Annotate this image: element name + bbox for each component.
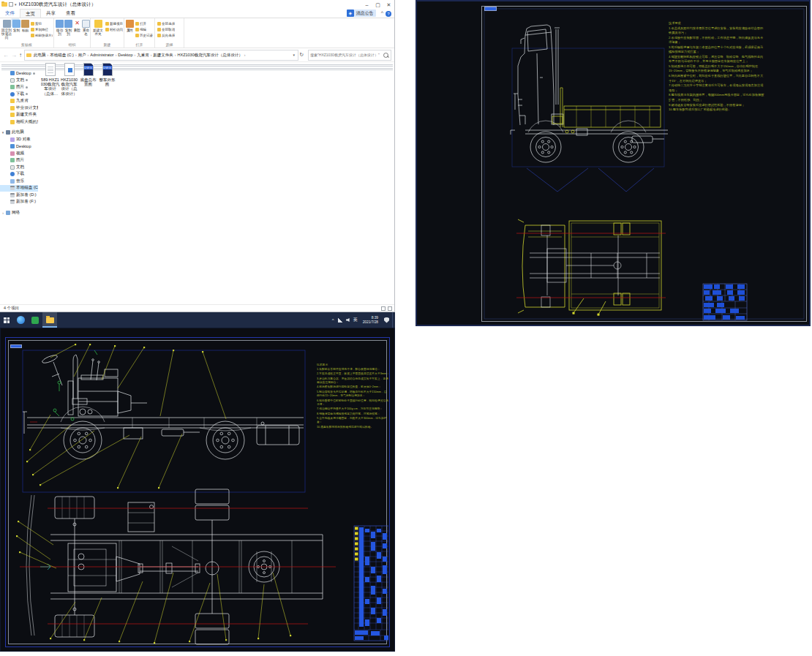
breadcrumb-segment[interactable]: Administrator — [89, 53, 114, 57]
show-hidden-icons[interactable]: ^ — [332, 318, 334, 323]
taskbar-app-browser[interactable] — [13, 312, 28, 328]
taskbar-clock[interactable]: 8:39 2021/7/28 — [363, 316, 378, 324]
refresh-icon[interactable]: ↻ — [299, 52, 304, 58]
promo-badge[interactable]: ◈ 消息公告 — [347, 10, 376, 17]
taskbar-app-green[interactable] — [28, 312, 42, 328]
sidebar-item-icon — [10, 99, 15, 103]
pin-to-quick-access-button[interactable]: 固定到快速访问 — [1, 20, 12, 40]
copy-to-button[interactable]: 复制到 — [64, 20, 72, 36]
sidebar-item[interactable]: 相框大概的尺寸 — [0, 118, 38, 126]
thumbnail-view-icon[interactable] — [388, 306, 392, 311]
paste-icon — [21, 20, 29, 28]
breadcrumb-segment[interactable]: 本地磁盘 (C:) — [49, 53, 75, 58]
rename-button[interactable]: 重命名 — [82, 20, 90, 36]
history-button[interactable]: 历史记录 — [135, 32, 153, 38]
select-all-button[interactable]: 全部选择 — [157, 20, 175, 26]
ribbon-tab[interactable]: 文件 — [0, 9, 20, 18]
breadcrumb-segment[interactable]: Desktop — [117, 53, 133, 57]
close-button[interactable]: ✕ — [383, 1, 394, 9]
new-folder-button[interactable]: 新建文件夹 — [92, 20, 104, 36]
sidebar-section-this-pc[interactable]: ▾ 此电脑 — [0, 129, 38, 137]
ribbon-group-clipboard: 固定到快速访问 复制 粘贴 剪切 复制路径 粘贴快捷方式 — [0, 18, 54, 48]
select-all-icon — [157, 22, 161, 26]
minimize-button[interactable]: – — [361, 1, 372, 9]
paste-shortcut-button[interactable]: 粘贴快捷方式 — [31, 32, 53, 38]
sidebar-item[interactable]: 3D 对象 — [0, 136, 38, 143]
help-icon[interactable]: ? — [386, 11, 391, 17]
sidebar-item[interactable]: 新加卷 (D:) — [0, 192, 38, 199]
sidebar-item[interactable]: 视频 — [0, 150, 38, 157]
edit-button[interactable]: 编辑 — [135, 26, 153, 32]
file-name: 589 HXZ1030载货汽车设计（总体设计） — [41, 78, 60, 97]
properties-button[interactable]: 属性 — [126, 20, 134, 32]
network-status-icon[interactable] — [338, 318, 343, 323]
volume-icon[interactable] — [346, 318, 350, 322]
back-icon[interactable]: ← — [3, 52, 9, 59]
list-view-icon[interactable] — [381, 306, 386, 311]
sidebar-item[interactable]: 图片 — [0, 84, 38, 91]
sidebar-item[interactable]: 文档 — [0, 77, 38, 84]
up-icon[interactable]: ↑ — [19, 52, 22, 59]
sidebar-item[interactable]: 下载 — [0, 91, 38, 98]
sidebar-item-icon — [10, 151, 15, 156]
chevron-right-icon[interactable]: › — [0, 211, 6, 215]
show-desktop-button[interactable] — [392, 312, 395, 328]
breadcrumb-segment[interactable]: 新建文件夹 — [152, 53, 174, 58]
note-line: 7.传动轴动平衡量不大于100g·cm，万向节注润滑脂； — [317, 407, 389, 412]
start-button[interactable] — [0, 312, 13, 328]
sidebar-item[interactable]: 音乐 — [0, 178, 38, 185]
search-box[interactable] — [308, 50, 391, 61]
cut-button[interactable]: 剪切 — [31, 20, 53, 26]
sidebar-item[interactable]: 九重霄 — [0, 98, 38, 105]
ribbon-tab[interactable]: 共享 — [41, 9, 61, 18]
quick-access-toolbar-dropdown-icon[interactable]: ▾ — [15, 2, 17, 7]
move-to-button[interactable]: 移动到 — [56, 20, 64, 36]
ribbon-tab[interactable]: 主页 — [20, 9, 41, 18]
sidebar-item[interactable]: 本地磁盘 (C:) — [0, 185, 38, 192]
forward-icon[interactable]: → — [11, 52, 17, 59]
breadcrumb[interactable]: 此电脑› 本地磁盘 (C:)› 用户› Administrator› Deskt… — [24, 50, 298, 61]
delete-button[interactable]: ✕删除 — [73, 20, 81, 32]
breadcrumb-segment[interactable]: 此电脑 — [33, 53, 47, 58]
sidebar-item[interactable]: 图片 — [0, 157, 38, 165]
maximize-button[interactable]: ▢ — [372, 1, 383, 9]
quick-access-toolbar-icon[interactable] — [9, 2, 13, 7]
new-item-button[interactable]: 新建项目 — [105, 20, 123, 26]
sidebar-item[interactable]: 毕业设计文档 — [0, 105, 38, 112]
cad-drawing-overall-layout: 技术要求1.各总成及附件均按本图所示位置进行安装，安装前应清除各结合面的铁屑及油… — [416, 0, 811, 326]
search-input[interactable] — [309, 53, 383, 57]
address-dropdown-icon[interactable]: ▾ — [292, 53, 297, 57]
taskbar-app-file-explorer[interactable] — [42, 312, 57, 328]
sidebar-item-icon — [10, 144, 15, 148]
collapse-ribbon-icon[interactable]: ^ — [381, 9, 383, 18]
explorer-window-icon — [1, 2, 7, 7]
input-language-indicator[interactable]: 英 — [353, 317, 358, 323]
selection-grip[interactable] — [484, 7, 497, 11]
sidebar-item[interactable]: 新加卷 (F:) — [0, 199, 38, 206]
security-shield-icon[interactable] — [384, 317, 389, 323]
copy-button[interactable]: 复制 — [12, 20, 20, 32]
bom-table — [354, 526, 388, 641]
invert-selection-icon — [157, 34, 161, 37]
sidebar-item[interactable]: 新建文件夹 — [0, 112, 38, 119]
sidebar-section-network[interactable]: › 网络 — [0, 209, 38, 216]
breadcrumb-segment[interactable]: 九重霄 — [136, 53, 150, 58]
sidebar-item[interactable]: Desktop — [0, 143, 38, 151]
breadcrumb-segment[interactable]: HXZ1030载货汽车设计（总体设计） — [177, 53, 244, 58]
easy-access-button[interactable]: 轻松访问 — [105, 26, 123, 32]
copy-path-button[interactable]: 复制路径 — [31, 26, 53, 32]
ribbon-tab[interactable]: 查看 — [61, 9, 80, 18]
sidebar-item[interactable]: 文档 — [0, 164, 38, 171]
search-icon — [383, 53, 388, 58]
perspective-lines — [527, 168, 654, 192]
breadcrumb-segment[interactable]: 用户 — [78, 53, 87, 58]
selection-grip[interactable] — [10, 344, 22, 348]
chevron-down-icon[interactable]: ▾ — [0, 130, 6, 135]
sidebar-item[interactable]: 下载 — [0, 171, 38, 178]
invert-selection-button[interactable]: 反向选择 — [157, 32, 175, 38]
select-none-button[interactable]: 全部取消 — [157, 26, 175, 32]
new-item-icon — [105, 22, 109, 26]
open-button[interactable]: 打开 — [135, 20, 153, 26]
pin-indicator-icon — [33, 72, 35, 75]
paste-button[interactable]: 粘贴 — [21, 20, 29, 32]
